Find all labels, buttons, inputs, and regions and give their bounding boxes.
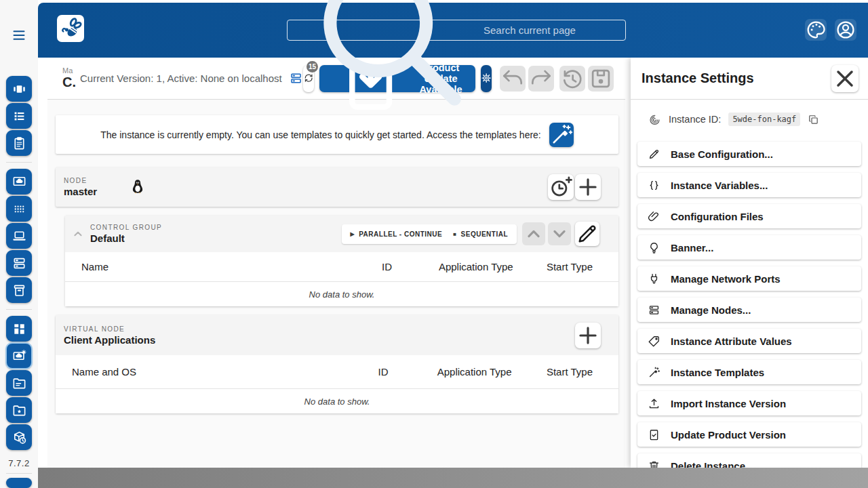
- sidebar-item-apps[interactable]: [6, 196, 32, 222]
- linux-penguin-icon: [130, 178, 146, 195]
- redo-icon: [528, 66, 554, 92]
- sidebar-item-archive[interactable]: [6, 277, 32, 303]
- empty-instance-text: The instance is currently empty. You can…: [100, 129, 541, 140]
- instance-settings-button[interactable]: [481, 65, 492, 92]
- menu-item-label: Banner...: [671, 242, 713, 253]
- bee-logo-icon: [57, 15, 84, 42]
- server-icon: [648, 304, 660, 317]
- column-header: Start Type: [512, 366, 593, 378]
- tag-icon: [648, 335, 660, 348]
- sequential-mode-badge: ■ SEQUENTIAL: [453, 230, 508, 238]
- palette-icon: [805, 19, 827, 41]
- virtual-node-labels: VIRTUAL NODE Client Applications: [64, 325, 155, 346]
- sidebar-item-folder-file[interactable]: [6, 370, 32, 396]
- save-button[interactable]: [588, 66, 614, 92]
- cloud-gear-icon: [12, 348, 27, 364]
- edit-control-group-button[interactable]: [575, 222, 599, 246]
- instance-settings-panel: Instance Settings Instance ID: 5wde-fon-…: [631, 58, 868, 468]
- sidebar-item-clipped[interactable]: [6, 478, 32, 488]
- sidebar-item-list[interactable]: [6, 103, 32, 129]
- sidebar-item-package-clock[interactable]: [6, 424, 32, 450]
- menu-item-manage-network-ports[interactable]: Manage Network Ports: [637, 266, 861, 291]
- clock-plus-icon: [548, 174, 574, 200]
- search-icon: [294, 0, 477, 122]
- undo-button[interactable]: [500, 66, 526, 92]
- add-scheduled-button[interactable]: [548, 174, 574, 200]
- menu-item-manage-nodes[interactable]: Manage Nodes...: [637, 298, 861, 322]
- cg-table-header-row: NameIDApplication TypeStart Type: [65, 252, 618, 282]
- node-actions: [548, 174, 601, 200]
- archive-icon: [12, 283, 27, 298]
- search-input[interactable]: [484, 24, 618, 36]
- save-icon: [588, 66, 614, 92]
- menu-item-instance-variables[interactable]: Instance Variables...: [637, 173, 861, 197]
- power-plug-icon: [648, 272, 660, 285]
- account-button[interactable]: [835, 19, 856, 41]
- sidebar-item-carousel[interactable]: [6, 76, 32, 102]
- menu-item-instance-templates[interactable]: Instance Templates: [637, 360, 861, 384]
- sidebar-item-dashboard[interactable]: [6, 316, 32, 342]
- lightbulb-icon: [648, 241, 660, 254]
- server-icon: [12, 256, 27, 271]
- clipboard-icon: [12, 136, 27, 151]
- sidebar-item-instances[interactable]: [6, 343, 32, 369]
- folder-star-icon: [12, 403, 27, 418]
- open-templates-button[interactable]: [549, 123, 574, 147]
- theme-button[interactable]: [805, 19, 827, 41]
- move-up-button[interactable]: [522, 222, 545, 245]
- add-client-application-button[interactable]: [575, 323, 601, 348]
- control-group-name: Default: [90, 232, 162, 244]
- column-header: ID: [309, 261, 392, 272]
- menu-item-update-product-version[interactable]: Update Product Version: [637, 422, 861, 447]
- control-group-header: CONTROL GROUP Default ▶ PARALLEL - CONTI…: [65, 216, 618, 252]
- play-icon: ▶: [351, 231, 355, 237]
- content-body: The instance is currently empty. You can…: [47, 100, 625, 413]
- menu-item-instance-attribute-values[interactable]: Instance Attribute Values: [637, 329, 861, 353]
- bullet-list-icon: [12, 108, 27, 124]
- menu-item-base-configuration[interactable]: Base Configuration...: [637, 142, 861, 166]
- sidebar-item-folder-star[interactable]: [6, 397, 32, 423]
- control-group-card: CONTROL GROUP Default ▶ PARALLEL - CONTI…: [65, 216, 618, 306]
- menu-item-configuration-files[interactable]: Configuration Files: [637, 204, 861, 228]
- copy-icon[interactable]: [808, 114, 819, 125]
- app-version-label: 7.7.2: [8, 458, 29, 468]
- close-icon: [831, 65, 859, 92]
- view-carousel-icon: [12, 81, 27, 97]
- hamburger-menu-button[interactable]: [11, 28, 27, 42]
- trash-icon: [648, 460, 660, 468]
- sidebar-rail-items: [6, 76, 32, 450]
- sidebar-item-clipboard[interactable]: [6, 130, 32, 156]
- magic-wand-icon: [648, 366, 660, 379]
- menu-item-import-instance-version[interactable]: Import Instance Version: [637, 391, 861, 415]
- instance-id-row: Instance ID: 5wde-fon-kagf: [631, 100, 868, 139]
- menu-item-label: Delete Instance: [671, 460, 745, 468]
- menu-item-delete-instance[interactable]: Delete Instance: [637, 453, 861, 468]
- control-group-table: NameIDApplication TypeStart Type No data…: [65, 252, 618, 306]
- version-status: Current Version: 1, Active: None on loca…: [80, 71, 303, 85]
- stop-icon: ■: [453, 231, 456, 237]
- menu-item-banner[interactable]: Banner...: [637, 235, 861, 260]
- node-type-label: NODE: [64, 177, 97, 184]
- file-check-icon: [648, 428, 660, 441]
- package-clock-icon: [12, 430, 27, 445]
- collapse-chevron-up-icon[interactable]: [71, 226, 85, 241]
- move-down-button[interactable]: [548, 222, 571, 245]
- sidebar-item-cloud-monitor[interactable]: [6, 169, 32, 195]
- add-to-node-button[interactable]: [575, 174, 601, 200]
- close-panel-button[interactable]: [831, 65, 859, 92]
- laptop-icon: [12, 228, 27, 244]
- redo-button[interactable]: [528, 66, 554, 92]
- pencil-icon: [648, 148, 660, 161]
- plus-icon: [575, 323, 601, 348]
- dashboard-icon: [12, 321, 27, 337]
- search-box[interactable]: [287, 20, 626, 41]
- control-group-mode-chip: ▶ PARALLEL - CONTINUE ■ SEQUENTIAL: [342, 224, 517, 244]
- paperclip-icon: [648, 210, 660, 223]
- sidebar-item-server[interactable]: [6, 250, 32, 276]
- menu-item-label: Manage Network Ports: [671, 273, 781, 285]
- settings-menu: Base Configuration...Instance Variables.…: [631, 139, 868, 468]
- node-labels: NODE master: [64, 177, 97, 197]
- sidebar-item-laptop[interactable]: [6, 223, 32, 249]
- bottom-strip: [38, 468, 868, 488]
- history-button[interactable]: [559, 66, 585, 92]
